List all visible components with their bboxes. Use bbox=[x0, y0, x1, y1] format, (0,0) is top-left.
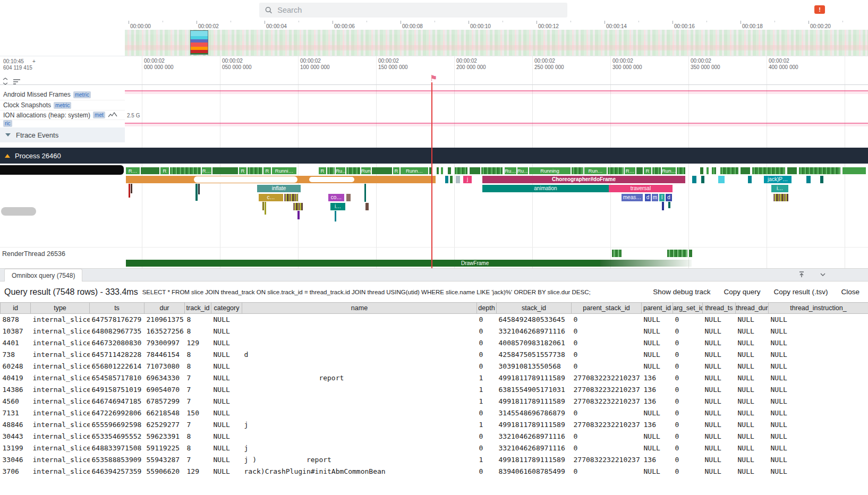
slice[interactable] bbox=[662, 202, 664, 210]
slice[interactable] bbox=[293, 203, 303, 210]
slice[interactable] bbox=[131, 184, 132, 193]
slice[interactable]: d bbox=[666, 194, 672, 201]
column-header-name[interactable]: name bbox=[242, 303, 477, 314]
result-row[interactable]: 4401internal_slice6467320808307930099712… bbox=[1, 337, 868, 349]
slice[interactable]: co… bbox=[328, 194, 344, 201]
column-header-thread_dur[interactable]: thread_dur bbox=[736, 303, 769, 314]
slice[interactable] bbox=[806, 176, 811, 183]
slice[interactable]: meas… bbox=[622, 194, 643, 201]
track-clock-snapshots[interactable]: Clock Snapshots metric bbox=[0, 100, 125, 110]
column-header-thread_ts[interactable]: thread_ts bbox=[703, 303, 736, 314]
slice[interactable] bbox=[820, 176, 823, 183]
slice[interactable]: jack)P… bbox=[764, 176, 792, 183]
result-row[interactable]: 33046internal_slice653588853909559432877… bbox=[1, 454, 868, 466]
result-table-wrap[interactable]: idtypetsdurtrack_idcategorynamedepthstac… bbox=[0, 302, 868, 495]
slice[interactable] bbox=[265, 202, 266, 215]
result-row[interactable]: 7131internal_slice6472269928066621854815… bbox=[1, 407, 868, 419]
track-android-missed-frames[interactable]: Android Missed Frames metric bbox=[0, 89, 125, 100]
track-ion-allocations[interactable]: ION allocations (heap: system) met bbox=[0, 110, 125, 120]
result-row[interactable]: 14386internal_slice649158751019690540707… bbox=[1, 384, 868, 396]
result-row[interactable]: 30443internal_slice653354695552596233918… bbox=[1, 431, 868, 442]
column-header-stack_id[interactable]: stack_id bbox=[497, 303, 572, 314]
slice[interactable] bbox=[748, 176, 752, 183]
slice[interactable] bbox=[364, 184, 366, 202]
slice[interactable] bbox=[718, 176, 725, 183]
column-header-arg_set_id[interactable]: arg_set_id bbox=[673, 303, 703, 314]
slice[interactable] bbox=[129, 184, 130, 198]
slice[interactable]: j bbox=[463, 176, 472, 183]
result-row[interactable]: 4560internal_slice646746947185678572997N… bbox=[1, 396, 868, 407]
minimap-selection[interactable] bbox=[190, 30, 208, 55]
slice[interactable] bbox=[262, 202, 264, 210]
column-header-ts[interactable]: ts bbox=[90, 303, 144, 314]
process-group-header[interactable]: Process 26460 bbox=[0, 148, 868, 164]
slice[interactable]: c… bbox=[259, 194, 283, 201]
slice[interactable] bbox=[195, 184, 198, 201]
minimap[interactable] bbox=[125, 30, 868, 56]
slice[interactable] bbox=[284, 194, 298, 201]
slice[interactable]: i… bbox=[771, 185, 788, 192]
slice[interactable] bbox=[297, 211, 300, 219]
column-header-thread_instruction_[interactable]: thread_instruction_ bbox=[769, 303, 868, 314]
search-box[interactable] bbox=[259, 3, 567, 18]
slice[interactable] bbox=[701, 176, 704, 183]
slice[interactable]: DrawFrame bbox=[126, 260, 600, 267]
marker-flag-icon[interactable]: ⚑ bbox=[430, 74, 437, 83]
collapse-panel-icon[interactable] bbox=[819, 271, 827, 278]
slice[interactable] bbox=[612, 250, 622, 257]
result-row[interactable]: 3706internal_slice6463942573595590662012… bbox=[1, 466, 868, 477]
slice[interactable]: m bbox=[652, 194, 658, 201]
action-copy-result-tsv[interactable]: Copy result (.tsv) bbox=[773, 288, 828, 296]
slice[interactable] bbox=[335, 211, 336, 221]
error-report-icon[interactable]: ! bbox=[814, 5, 825, 14]
result-row[interactable]: 40419internal_slice654585717810696343307… bbox=[1, 372, 868, 384]
slice[interactable]: l bbox=[659, 194, 665, 201]
result-row[interactable]: 13199internal_slice648833971508591192258… bbox=[1, 442, 868, 454]
slice[interactable]: inflate bbox=[257, 185, 301, 192]
action-copy-query[interactable]: Copy query bbox=[724, 288, 760, 296]
result-row[interactable]: 10387internal_slice648082967735163527256… bbox=[1, 326, 868, 337]
slice[interactable]: d bbox=[645, 194, 651, 201]
slice[interactable] bbox=[456, 176, 460, 183]
slice[interactable]: traversal bbox=[609, 185, 673, 192]
ftrace-events-group[interactable]: Ftrace Events bbox=[0, 127, 125, 142]
result-cell: 129 bbox=[185, 337, 211, 349]
action-show-debug-track[interactable]: Show debug track bbox=[653, 288, 710, 296]
result-row[interactable]: 738internal_slice645711428228784461548NU… bbox=[1, 349, 868, 361]
track-canvas[interactable]: 2.5 G Android Missed Frames metric Clock… bbox=[0, 85, 868, 268]
expand-panel-icon[interactable] bbox=[798, 271, 805, 278]
slice[interactable] bbox=[600, 260, 692, 267]
slice[interactable]: Choreographer#doFrame bbox=[482, 176, 685, 183]
result-cell: 0 bbox=[673, 466, 703, 477]
slice[interactable] bbox=[198, 184, 200, 194]
slice[interactable] bbox=[667, 250, 687, 257]
column-header-track_id[interactable]: track_id bbox=[185, 303, 211, 314]
result-row[interactable]: 8878internal_slice6475781762792109613758… bbox=[1, 314, 868, 326]
column-header-parent_id[interactable]: parent_id bbox=[642, 303, 673, 314]
column-header-dur[interactable]: dur bbox=[144, 303, 185, 314]
column-header-category[interactable]: category bbox=[211, 303, 242, 314]
slice[interactable] bbox=[346, 194, 351, 201]
slice[interactable] bbox=[445, 176, 448, 183]
selection-marker-line[interactable] bbox=[431, 85, 432, 268]
result-row[interactable]: 48846internal_slice655596692598625292777… bbox=[1, 419, 868, 431]
slice[interactable] bbox=[668, 202, 670, 208]
column-header-depth[interactable]: depth bbox=[477, 303, 497, 314]
slice[interactable] bbox=[450, 176, 453, 183]
slice[interactable] bbox=[773, 194, 788, 201]
slice[interactable]: animation bbox=[482, 185, 609, 192]
redacted-thread-name bbox=[0, 165, 124, 175]
column-header-type[interactable]: type bbox=[31, 303, 90, 314]
overview-ruler[interactable]: 00:00:0000:00:0200:00:0400:00:0600:00:08… bbox=[0, 20, 868, 30]
tab-omnibox-query[interactable]: Omnibox query (7548) bbox=[4, 269, 82, 281]
action-close[interactable]: Close bbox=[841, 288, 860, 296]
result-row[interactable]: 60248internal_slice656801222614710730808… bbox=[1, 361, 868, 372]
slice[interactable] bbox=[689, 250, 692, 257]
column-header-id[interactable]: id bbox=[1, 303, 31, 314]
slice[interactable] bbox=[365, 203, 369, 210]
time-ruler[interactable]: 00:10:45+ 604 119 415 ⚑ 00:00:02000 000 … bbox=[0, 56, 868, 85]
slice[interactable]: i… bbox=[330, 203, 345, 210]
search-input[interactable] bbox=[277, 6, 562, 14]
column-header-parent_stack_id[interactable]: parent_stack_id bbox=[572, 303, 642, 314]
slice[interactable] bbox=[692, 176, 696, 183]
